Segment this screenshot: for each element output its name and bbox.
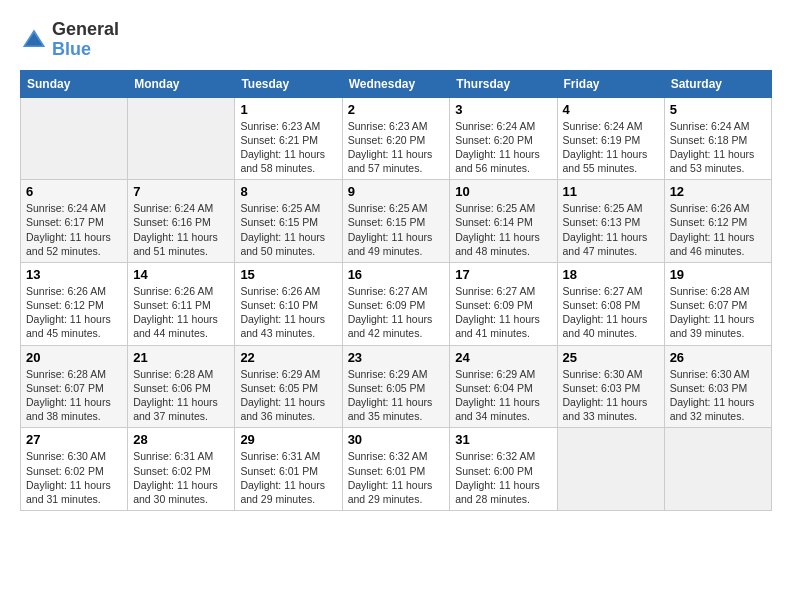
calendar-week-row: 13Sunrise: 6:26 AM Sunset: 6:12 PM Dayli…	[21, 262, 772, 345]
day-info: Sunrise: 6:28 AM Sunset: 6:07 PM Dayligh…	[670, 284, 766, 341]
day-info: Sunrise: 6:24 AM Sunset: 6:16 PM Dayligh…	[133, 201, 229, 258]
calendar-cell: 29Sunrise: 6:31 AM Sunset: 6:01 PM Dayli…	[235, 428, 342, 511]
day-info: Sunrise: 6:24 AM Sunset: 6:20 PM Dayligh…	[455, 119, 551, 176]
day-info: Sunrise: 6:23 AM Sunset: 6:20 PM Dayligh…	[348, 119, 445, 176]
day-number: 22	[240, 350, 336, 365]
day-info: Sunrise: 6:32 AM Sunset: 6:00 PM Dayligh…	[455, 449, 551, 506]
weekday-header-thursday: Thursday	[450, 70, 557, 97]
day-number: 10	[455, 184, 551, 199]
day-info: Sunrise: 6:24 AM Sunset: 6:18 PM Dayligh…	[670, 119, 766, 176]
day-number: 5	[670, 102, 766, 117]
page-header: General Blue	[20, 20, 772, 60]
day-info: Sunrise: 6:27 AM Sunset: 6:09 PM Dayligh…	[348, 284, 445, 341]
calendar-cell: 20Sunrise: 6:28 AM Sunset: 6:07 PM Dayli…	[21, 345, 128, 428]
calendar-cell: 17Sunrise: 6:27 AM Sunset: 6:09 PM Dayli…	[450, 262, 557, 345]
day-info: Sunrise: 6:30 AM Sunset: 6:02 PM Dayligh…	[26, 449, 122, 506]
day-number: 23	[348, 350, 445, 365]
calendar-cell: 15Sunrise: 6:26 AM Sunset: 6:10 PM Dayli…	[235, 262, 342, 345]
calendar-cell: 3Sunrise: 6:24 AM Sunset: 6:20 PM Daylig…	[450, 97, 557, 180]
day-number: 17	[455, 267, 551, 282]
calendar-cell: 19Sunrise: 6:28 AM Sunset: 6:07 PM Dayli…	[664, 262, 771, 345]
calendar-cell: 9Sunrise: 6:25 AM Sunset: 6:15 PM Daylig…	[342, 180, 450, 263]
calendar-cell: 21Sunrise: 6:28 AM Sunset: 6:06 PM Dayli…	[128, 345, 235, 428]
calendar-cell	[664, 428, 771, 511]
calendar-week-row: 6Sunrise: 6:24 AM Sunset: 6:17 PM Daylig…	[21, 180, 772, 263]
day-info: Sunrise: 6:24 AM Sunset: 6:17 PM Dayligh…	[26, 201, 122, 258]
calendar-cell: 30Sunrise: 6:32 AM Sunset: 6:01 PM Dayli…	[342, 428, 450, 511]
calendar-cell: 26Sunrise: 6:30 AM Sunset: 6:03 PM Dayli…	[664, 345, 771, 428]
day-info: Sunrise: 6:23 AM Sunset: 6:21 PM Dayligh…	[240, 119, 336, 176]
calendar-cell	[21, 97, 128, 180]
weekday-header-row: SundayMondayTuesdayWednesdayThursdayFrid…	[21, 70, 772, 97]
calendar-cell	[557, 428, 664, 511]
day-number: 31	[455, 432, 551, 447]
calendar-cell: 14Sunrise: 6:26 AM Sunset: 6:11 PM Dayli…	[128, 262, 235, 345]
day-info: Sunrise: 6:26 AM Sunset: 6:12 PM Dayligh…	[670, 201, 766, 258]
day-number: 26	[670, 350, 766, 365]
calendar-cell: 16Sunrise: 6:27 AM Sunset: 6:09 PM Dayli…	[342, 262, 450, 345]
logo-text-line2: Blue	[52, 40, 119, 60]
calendar-week-row: 1Sunrise: 6:23 AM Sunset: 6:21 PM Daylig…	[21, 97, 772, 180]
day-info: Sunrise: 6:30 AM Sunset: 6:03 PM Dayligh…	[670, 367, 766, 424]
calendar-cell: 6Sunrise: 6:24 AM Sunset: 6:17 PM Daylig…	[21, 180, 128, 263]
day-info: Sunrise: 6:29 AM Sunset: 6:04 PM Dayligh…	[455, 367, 551, 424]
calendar-cell: 27Sunrise: 6:30 AM Sunset: 6:02 PM Dayli…	[21, 428, 128, 511]
weekday-header-monday: Monday	[128, 70, 235, 97]
day-info: Sunrise: 6:27 AM Sunset: 6:09 PM Dayligh…	[455, 284, 551, 341]
calendar-cell: 5Sunrise: 6:24 AM Sunset: 6:18 PM Daylig…	[664, 97, 771, 180]
logo-text-line1: General	[52, 20, 119, 40]
day-info: Sunrise: 6:26 AM Sunset: 6:12 PM Dayligh…	[26, 284, 122, 341]
day-number: 29	[240, 432, 336, 447]
calendar-table: SundayMondayTuesdayWednesdayThursdayFrid…	[20, 70, 772, 511]
day-info: Sunrise: 6:25 AM Sunset: 6:14 PM Dayligh…	[455, 201, 551, 258]
day-info: Sunrise: 6:29 AM Sunset: 6:05 PM Dayligh…	[348, 367, 445, 424]
day-number: 9	[348, 184, 445, 199]
calendar-cell: 2Sunrise: 6:23 AM Sunset: 6:20 PM Daylig…	[342, 97, 450, 180]
calendar-cell: 24Sunrise: 6:29 AM Sunset: 6:04 PM Dayli…	[450, 345, 557, 428]
calendar-cell: 12Sunrise: 6:26 AM Sunset: 6:12 PM Dayli…	[664, 180, 771, 263]
calendar-cell	[128, 97, 235, 180]
day-info: Sunrise: 6:27 AM Sunset: 6:08 PM Dayligh…	[563, 284, 659, 341]
day-info: Sunrise: 6:28 AM Sunset: 6:07 PM Dayligh…	[26, 367, 122, 424]
weekday-header-tuesday: Tuesday	[235, 70, 342, 97]
day-number: 20	[26, 350, 122, 365]
day-number: 24	[455, 350, 551, 365]
day-info: Sunrise: 6:31 AM Sunset: 6:02 PM Dayligh…	[133, 449, 229, 506]
calendar-cell: 4Sunrise: 6:24 AM Sunset: 6:19 PM Daylig…	[557, 97, 664, 180]
weekday-header-sunday: Sunday	[21, 70, 128, 97]
day-number: 3	[455, 102, 551, 117]
day-info: Sunrise: 6:29 AM Sunset: 6:05 PM Dayligh…	[240, 367, 336, 424]
day-number: 11	[563, 184, 659, 199]
day-number: 15	[240, 267, 336, 282]
day-info: Sunrise: 6:30 AM Sunset: 6:03 PM Dayligh…	[563, 367, 659, 424]
calendar-cell: 8Sunrise: 6:25 AM Sunset: 6:15 PM Daylig…	[235, 180, 342, 263]
logo: General Blue	[20, 20, 119, 60]
weekday-header-saturday: Saturday	[664, 70, 771, 97]
calendar-cell: 10Sunrise: 6:25 AM Sunset: 6:14 PM Dayli…	[450, 180, 557, 263]
calendar-cell: 31Sunrise: 6:32 AM Sunset: 6:00 PM Dayli…	[450, 428, 557, 511]
day-info: Sunrise: 6:26 AM Sunset: 6:11 PM Dayligh…	[133, 284, 229, 341]
day-number: 16	[348, 267, 445, 282]
day-number: 2	[348, 102, 445, 117]
day-number: 7	[133, 184, 229, 199]
calendar-week-row: 20Sunrise: 6:28 AM Sunset: 6:07 PM Dayli…	[21, 345, 772, 428]
day-number: 18	[563, 267, 659, 282]
weekday-header-friday: Friday	[557, 70, 664, 97]
day-info: Sunrise: 6:25 AM Sunset: 6:15 PM Dayligh…	[240, 201, 336, 258]
weekday-header-wednesday: Wednesday	[342, 70, 450, 97]
day-number: 28	[133, 432, 229, 447]
day-number: 6	[26, 184, 122, 199]
day-info: Sunrise: 6:31 AM Sunset: 6:01 PM Dayligh…	[240, 449, 336, 506]
calendar-cell: 11Sunrise: 6:25 AM Sunset: 6:13 PM Dayli…	[557, 180, 664, 263]
calendar-cell: 25Sunrise: 6:30 AM Sunset: 6:03 PM Dayli…	[557, 345, 664, 428]
day-number: 27	[26, 432, 122, 447]
logo-icon	[20, 26, 48, 54]
day-info: Sunrise: 6:28 AM Sunset: 6:06 PM Dayligh…	[133, 367, 229, 424]
calendar-cell: 18Sunrise: 6:27 AM Sunset: 6:08 PM Dayli…	[557, 262, 664, 345]
calendar-cell: 28Sunrise: 6:31 AM Sunset: 6:02 PM Dayli…	[128, 428, 235, 511]
day-number: 4	[563, 102, 659, 117]
day-number: 13	[26, 267, 122, 282]
day-number: 19	[670, 267, 766, 282]
day-number: 30	[348, 432, 445, 447]
day-number: 12	[670, 184, 766, 199]
